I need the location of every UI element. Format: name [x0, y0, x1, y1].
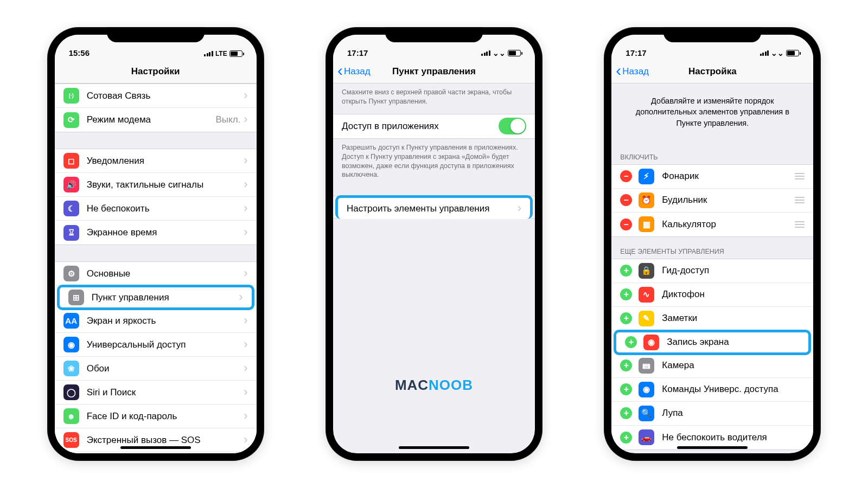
battery-icon — [508, 50, 521, 56]
control-row[interactable]: +◉Команды Универс. доступа — [611, 378, 813, 402]
nav-bar: Настройки — [55, 60, 257, 84]
settings-row[interactable]: ⚙Основные› — [55, 262, 257, 286]
add-button[interactable]: + — [620, 383, 632, 395]
add-button[interactable]: + — [620, 359, 632, 371]
remove-button[interactable]: – — [620, 194, 632, 206]
add-button[interactable]: + — [620, 407, 632, 419]
control-center-settings[interactable]: Смахните вниз с верхней правой части экр… — [333, 84, 535, 453]
add-button[interactable]: + — [620, 432, 632, 444]
flashlight-icon: ⚡︎ — [639, 169, 654, 184]
add-button[interactable]: + — [620, 288, 632, 300]
customize-controls-row[interactable]: Настроить элементы управления› — [335, 195, 533, 219]
row-label: Будильник — [662, 195, 790, 206]
dnd-icon: ☾ — [63, 201, 79, 216]
row-label: Экранное время — [87, 227, 244, 238]
settings-row[interactable]: ◻Уведомления› — [55, 149, 257, 173]
row-label: Камера — [662, 360, 805, 371]
home-indicator[interactable] — [120, 446, 191, 449]
control-row[interactable]: –▦Калькулятор — [611, 213, 813, 236]
network-label: LTE — [215, 50, 227, 57]
row-label: Запись экрана — [667, 337, 800, 348]
wallpaper-icon: ❀ — [63, 361, 79, 376]
settings-row[interactable]: ❀Обои› — [55, 357, 257, 381]
voice-memo-icon: ∿ — [639, 287, 654, 303]
remove-button[interactable]: – — [620, 219, 632, 230]
row-label: Лупа — [662, 408, 805, 419]
notch — [385, 27, 483, 42]
settings-row[interactable]: ◯Siri и Поиск› — [55, 381, 257, 404]
row-label: Пункт управления — [92, 292, 239, 303]
add-button[interactable]: + — [620, 312, 632, 324]
remove-button[interactable]: – — [620, 170, 632, 182]
notes-icon: ✎ — [639, 311, 654, 326]
nav-bar: Назад Настройка — [611, 60, 813, 84]
guided-access-icon: 🔒 — [639, 263, 654, 279]
nav-title: Настройка — [688, 66, 737, 77]
camera-icon: 📷︎ — [639, 358, 654, 374]
nav-bar: Назад Пункт управления — [333, 60, 535, 84]
settings-row[interactable]: ⌛︎Экранное время› — [55, 221, 257, 245]
row-label: Обои — [87, 363, 244, 374]
add-button[interactable]: + — [625, 336, 637, 348]
settings-row[interactable]: ⊞Пункт управления› — [57, 285, 254, 310]
sounds-icon: 🔊 — [63, 177, 79, 192]
reorder-handle[interactable] — [795, 197, 805, 203]
add-button[interactable]: + — [620, 265, 632, 277]
control-row[interactable]: +✎Заметки — [611, 307, 813, 331]
access-in-apps-row[interactable]: Доступ в приложениях — [333, 114, 535, 138]
row-label: Заметки — [662, 313, 805, 324]
display-icon: AA — [63, 313, 79, 329]
settings-list[interactable]: (·)Сотовая Связь›⟳Режим модемаВыкл.›◻Уве… — [55, 84, 257, 453]
clock: 17:17 — [626, 48, 646, 57]
row-label: Настроить элементы управления — [347, 203, 518, 214]
phone-frame-3: 17:17 ⌄⌄ Назад Настройка Добавляйте и из… — [604, 27, 821, 461]
settings-row[interactable]: AAЭкран и яркость› — [55, 309, 257, 333]
battery-icon — [786, 50, 799, 56]
row-label: Сотовая Связь — [87, 91, 244, 101]
sos-icon: SOS — [63, 432, 79, 448]
battery-icon — [229, 50, 242, 57]
row-label: Face ID и код-пароль — [87, 411, 244, 422]
reorder-handle[interactable] — [795, 221, 805, 228]
back-button[interactable]: Назад — [616, 66, 649, 77]
magnifier-icon: 🔍 — [639, 406, 654, 421]
settings-row[interactable]: ☻Face ID и код-пароль› — [55, 404, 257, 428]
settings-row[interactable]: ☾Не беспокоить› — [55, 197, 257, 221]
control-row[interactable]: +📷︎Камера — [611, 354, 813, 378]
settings-row[interactable]: ◉Универсальный доступ› — [55, 333, 257, 357]
control-row[interactable]: –⚡︎Фонарик — [611, 165, 813, 189]
reorder-handle[interactable] — [795, 173, 805, 179]
row-label: Не беспокоить — [87, 203, 244, 214]
screen-3: 17:17 ⌄⌄ Назад Настройка Добавляйте и из… — [611, 35, 813, 453]
settings-row[interactable]: ⟳Режим модемаВыкл.› — [55, 108, 257, 132]
accessibility-shortcut-icon: ◉ — [639, 382, 654, 397]
control-row[interactable]: +🔒Гид-доступ — [611, 259, 813, 283]
siri-icon: ◯ — [63, 384, 79, 400]
row-label: Основные — [87, 268, 244, 279]
home-indicator[interactable] — [399, 446, 469, 449]
settings-row[interactable]: (·)Сотовая Связь› — [55, 84, 257, 108]
customize-controls[interactable]: Добавляйте и изменяйте порядок дополните… — [611, 84, 813, 453]
back-button[interactable]: Назад — [337, 66, 371, 77]
home-indicator[interactable] — [677, 446, 748, 449]
calculator-icon: ▦ — [639, 216, 654, 232]
toggle-switch[interactable] — [499, 118, 526, 134]
row-label: Доступ в приложениях — [342, 121, 499, 132]
footer-text: Разрешить доступ к Пункту управления в п… — [333, 139, 535, 188]
row-label: Экран и яркость — [87, 316, 244, 326]
control-row[interactable]: +🔍Лупа — [611, 402, 813, 426]
settings-row[interactable]: ▮Аккумулятор› — [55, 452, 257, 453]
status-indicators: LTE — [204, 50, 242, 57]
settings-row[interactable]: 🔊Звуки, тактильные сигналы› — [55, 173, 257, 197]
status-indicators: ⌄⌄ — [481, 49, 521, 57]
row-label: Экстренный вызов — SOS — [87, 435, 244, 446]
control-row[interactable]: +∿Диктофон — [611, 283, 813, 307]
signal-icon — [204, 51, 213, 56]
notch — [107, 27, 205, 42]
control-center-icon: ⊞ — [68, 290, 84, 305]
screen-1: 15:56 LTE Настройки (·)Сотовая Связь›⟳Ре… — [55, 35, 257, 453]
nav-title: Пункт управления — [392, 66, 476, 77]
control-row[interactable]: +◉Запись экрана — [614, 330, 811, 355]
control-row[interactable]: –⏰Будильник — [611, 189, 813, 213]
row-label: Универсальный доступ — [87, 339, 244, 350]
